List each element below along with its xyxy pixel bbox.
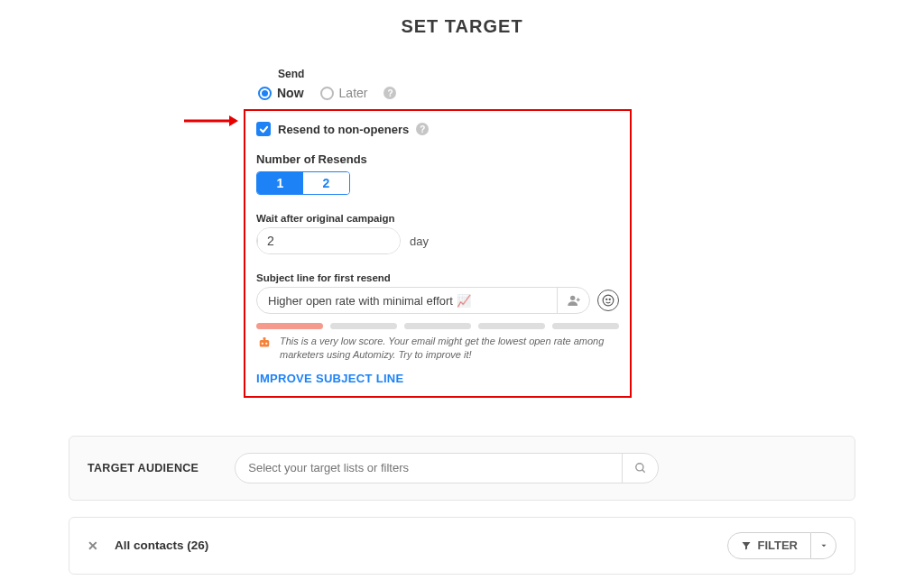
audience-select-input[interactable] [236, 461, 622, 474]
wait-value-input[interactable] [258, 228, 401, 253]
subject-score-meter [256, 323, 619, 329]
page-title: SET TARGET [0, 16, 924, 37]
resends-number-label: Number of Resends [256, 152, 619, 166]
score-bar-3 [404, 323, 471, 329]
resend-highlight-box: Resend to non-openers ? Number of Resend… [244, 109, 632, 398]
score-bar-1 [256, 323, 323, 329]
help-icon[interactable]: ? [383, 87, 396, 99]
smile-icon [602, 294, 614, 307]
send-later-label: Later [339, 86, 368, 100]
resends-option-2[interactable]: 2 [303, 172, 349, 194]
svg-point-8 [265, 343, 267, 345]
svg-point-10 [636, 464, 643, 471]
resends-segmented-control: 1 2 [256, 171, 350, 195]
target-audience-label: TARGET AUDIENCE [88, 462, 199, 474]
radio-checked-icon [258, 87, 272, 100]
score-bar-5 [552, 323, 619, 329]
filter-button-label: FILTER [757, 539, 798, 552]
svg-rect-6 [260, 340, 270, 347]
send-label: Send [278, 68, 641, 80]
svg-point-4 [606, 299, 607, 299]
audience-select[interactable] [235, 453, 659, 483]
radio-unchecked-icon [320, 87, 334, 100]
svg-point-5 [609, 299, 610, 299]
annotation-arrow [184, 112, 238, 130]
send-now-option[interactable]: Now [258, 86, 304, 100]
search-icon[interactable] [622, 454, 658, 483]
emoji-picker-button[interactable] [597, 290, 619, 311]
filter-dropdown-toggle[interactable] [811, 532, 836, 559]
checkmark-icon [259, 124, 269, 134]
score-tip-text: This is a very low score. Your email mig… [280, 335, 619, 363]
svg-line-11 [642, 470, 645, 473]
resend-checkbox-label: Resend to non-openers [278, 123, 409, 136]
svg-point-3 [603, 295, 614, 306]
subject-input[interactable] [257, 294, 557, 308]
send-radio-group: Now Later ? [258, 86, 641, 100]
improve-subject-link[interactable]: IMPROVE SUBJECT LINE [256, 372, 619, 385]
wait-input-group [256, 227, 401, 254]
resends-option-1[interactable]: 1 [257, 172, 303, 194]
filter-button[interactable]: FILTER [727, 532, 811, 559]
chevron-down-icon [819, 541, 828, 550]
svg-point-2 [570, 296, 575, 300]
robot-icon [256, 335, 273, 351]
score-bar-4 [478, 323, 545, 329]
add-person-icon[interactable] [557, 288, 589, 313]
target-audience-panel: TARGET AUDIENCE [69, 436, 855, 501]
send-now-label: Now [277, 86, 304, 100]
send-later-option[interactable]: Later [320, 86, 368, 100]
score-bar-2 [330, 323, 397, 329]
help-icon[interactable]: ? [416, 123, 429, 135]
svg-point-7 [262, 343, 263, 345]
contacts-label: All contacts (26) [115, 539, 208, 552]
svg-rect-9 [263, 337, 266, 340]
filter-icon [741, 540, 752, 551]
subject-label: Subject line for first resend [256, 272, 619, 283]
svg-marker-1 [229, 115, 238, 126]
contacts-panel: ✕ All contacts (26) FILTER [69, 517, 855, 575]
subject-input-group [256, 287, 590, 314]
wait-unit-label: day [410, 235, 429, 248]
wait-label: Wait after original campaign [256, 213, 619, 224]
resend-checkbox[interactable] [256, 122, 271, 136]
close-icon[interactable]: ✕ [88, 539, 98, 553]
